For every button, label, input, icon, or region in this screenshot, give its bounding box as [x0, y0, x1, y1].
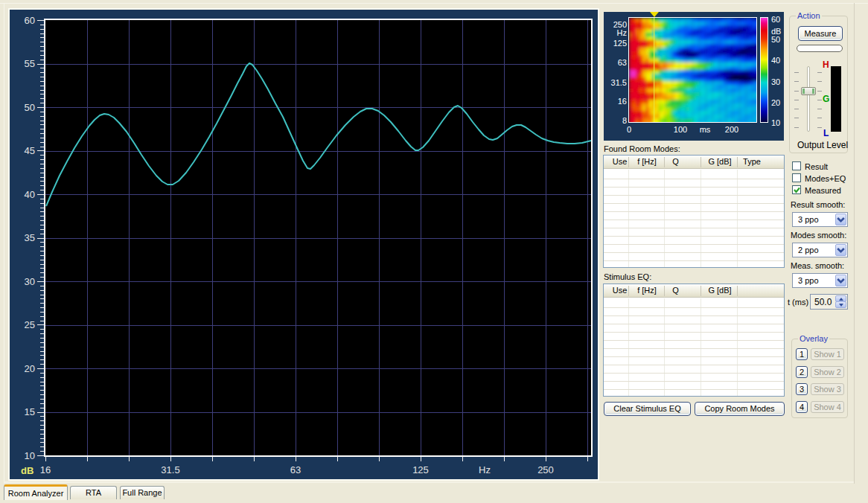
svg-text:40: 40 [25, 189, 35, 200]
svg-text:63: 63 [290, 464, 301, 475]
svg-text:16: 16 [40, 464, 51, 475]
svg-text:35: 35 [25, 232, 35, 243]
svg-text:250: 250 [537, 464, 554, 475]
svg-text:20: 20 [25, 363, 35, 374]
svg-text:60: 60 [25, 15, 35, 26]
svg-text:25: 25 [25, 319, 35, 330]
svg-text:45: 45 [25, 145, 35, 156]
svg-text:125: 125 [412, 464, 429, 475]
svg-text:50: 50 [25, 102, 35, 113]
svg-text:15: 15 [25, 406, 35, 417]
svg-text:31.5: 31.5 [161, 464, 179, 475]
svg-text:30: 30 [25, 276, 35, 287]
svg-text:10: 10 [25, 450, 35, 461]
svg-text:dB: dB [21, 465, 33, 476]
svg-text:55: 55 [25, 58, 35, 69]
svg-text:Hz: Hz [479, 464, 491, 475]
